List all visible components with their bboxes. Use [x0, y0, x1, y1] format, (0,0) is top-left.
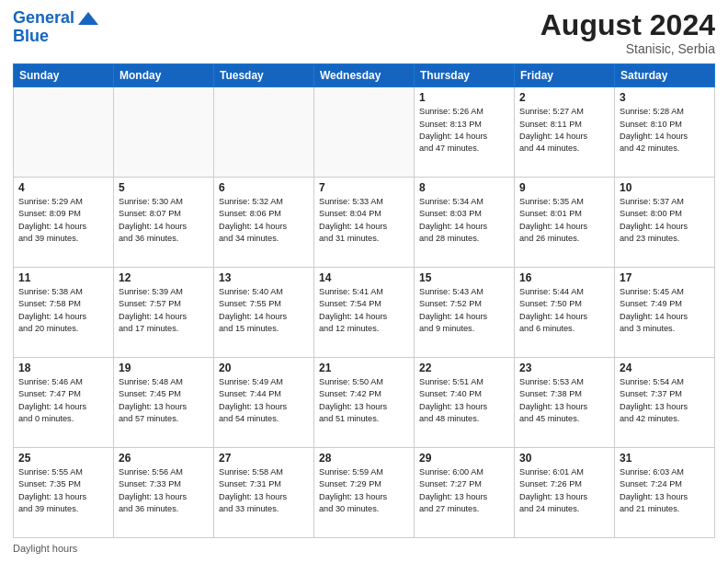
day-info: Sunrise: 5:33 AM Sunset: 8:04 PM Dayligh… [319, 196, 409, 245]
footer: Daylight hours [13, 543, 715, 554]
day-info: Sunrise: 5:32 AM Sunset: 8:06 PM Dayligh… [219, 196, 309, 245]
day-info: Sunrise: 5:49 AM Sunset: 7:44 PM Dayligh… [219, 376, 309, 425]
day-info: Sunrise: 5:37 AM Sunset: 8:00 PM Dayligh… [620, 196, 710, 245]
table-row: 9Sunrise: 5:35 AM Sunset: 8:01 PM Daylig… [515, 178, 615, 268]
day-number: 31 [620, 452, 710, 465]
table-row: 31Sunrise: 6:03 AM Sunset: 7:24 PM Dayli… [615, 448, 715, 538]
logo-blue-text: Blue [13, 28, 49, 46]
calendar-week-row: 25Sunrise: 5:55 AM Sunset: 7:35 PM Dayli… [14, 448, 715, 538]
day-number: 24 [620, 362, 710, 374]
table-row: 10Sunrise: 5:37 AM Sunset: 8:00 PM Dayli… [615, 178, 715, 268]
table-row: 27Sunrise: 5:58 AM Sunset: 7:31 PM Dayli… [214, 448, 314, 538]
day-info: Sunrise: 5:48 AM Sunset: 7:45 PM Dayligh… [119, 376, 209, 425]
table-row [14, 87, 114, 178]
day-info: Sunrise: 5:40 AM Sunset: 7:55 PM Dayligh… [219, 286, 309, 335]
table-row: 7Sunrise: 5:33 AM Sunset: 8:04 PM Daylig… [314, 178, 415, 268]
day-number: 18 [18, 362, 108, 374]
table-row: 3Sunrise: 5:28 AM Sunset: 8:10 PM Daylig… [615, 87, 715, 178]
day-info: Sunrise: 5:38 AM Sunset: 7:58 PM Dayligh… [18, 286, 108, 335]
day-number: 30 [519, 452, 609, 465]
calendar-week-row: 18Sunrise: 5:46 AM Sunset: 7:47 PM Dayli… [14, 358, 715, 448]
day-number: 9 [519, 181, 609, 194]
calendar-header-row: Sunday Monday Tuesday Wednesday Thursday… [14, 64, 715, 87]
day-info: Sunrise: 5:27 AM Sunset: 8:11 PM Dayligh… [519, 106, 609, 155]
col-friday: Friday [515, 64, 615, 87]
col-wednesday: Wednesday [314, 64, 415, 87]
day-number: 26 [119, 452, 209, 465]
day-info: Sunrise: 5:41 AM Sunset: 7:54 PM Dayligh… [319, 286, 409, 335]
table-row: 13Sunrise: 5:40 AM Sunset: 7:55 PM Dayli… [214, 268, 314, 358]
table-row: 30Sunrise: 6:01 AM Sunset: 7:26 PM Dayli… [515, 448, 615, 538]
table-row: 28Sunrise: 5:59 AM Sunset: 7:29 PM Dayli… [314, 448, 415, 538]
day-number: 25 [18, 452, 108, 465]
table-row: 17Sunrise: 5:45 AM Sunset: 7:49 PM Dayli… [615, 268, 715, 358]
day-number: 29 [419, 452, 509, 465]
table-row: 22Sunrise: 5:51 AM Sunset: 7:40 PM Dayli… [415, 358, 515, 448]
day-number: 11 [18, 271, 108, 284]
table-row: 6Sunrise: 5:32 AM Sunset: 8:06 PM Daylig… [214, 178, 314, 268]
day-info: Sunrise: 5:44 AM Sunset: 7:50 PM Dayligh… [519, 286, 609, 335]
table-row [314, 87, 415, 178]
day-info: Sunrise: 5:59 AM Sunset: 7:29 PM Dayligh… [319, 466, 409, 515]
day-number: 5 [119, 181, 209, 194]
day-number: 28 [319, 452, 409, 465]
svg-marker-0 [78, 12, 98, 25]
day-number: 27 [219, 452, 309, 465]
table-row: 25Sunrise: 5:55 AM Sunset: 7:35 PM Dayli… [14, 448, 114, 538]
day-number: 15 [419, 271, 509, 284]
day-number: 21 [319, 362, 409, 374]
day-number: 2 [519, 91, 609, 104]
table-row: 26Sunrise: 5:56 AM Sunset: 7:33 PM Dayli… [114, 448, 214, 538]
day-info: Sunrise: 5:29 AM Sunset: 8:09 PM Dayligh… [18, 196, 108, 245]
day-info: Sunrise: 6:01 AM Sunset: 7:26 PM Dayligh… [519, 466, 609, 515]
table-row: 29Sunrise: 6:00 AM Sunset: 7:27 PM Dayli… [415, 448, 515, 538]
calendar-week-row: 4Sunrise: 5:29 AM Sunset: 8:09 PM Daylig… [14, 178, 715, 268]
day-info: Sunrise: 5:50 AM Sunset: 7:42 PM Dayligh… [319, 376, 409, 425]
table-row: 12Sunrise: 5:39 AM Sunset: 7:57 PM Dayli… [114, 268, 214, 358]
col-thursday: Thursday [415, 64, 515, 87]
table-row: 4Sunrise: 5:29 AM Sunset: 8:09 PM Daylig… [14, 178, 114, 268]
table-row: 1Sunrise: 5:26 AM Sunset: 8:13 PM Daylig… [415, 87, 515, 178]
table-row [114, 87, 214, 178]
table-row: 16Sunrise: 5:44 AM Sunset: 7:50 PM Dayli… [515, 268, 615, 358]
table-row: 23Sunrise: 5:53 AM Sunset: 7:38 PM Dayli… [515, 358, 615, 448]
day-info: Sunrise: 5:39 AM Sunset: 7:57 PM Dayligh… [119, 286, 209, 335]
day-info: Sunrise: 5:28 AM Sunset: 8:10 PM Dayligh… [620, 106, 710, 155]
day-number: 23 [519, 362, 609, 374]
page: General Blue August 2024 Stanisic, Serbi… [0, 0, 728, 563]
day-info: Sunrise: 5:55 AM Sunset: 7:35 PM Dayligh… [18, 466, 108, 515]
day-info: Sunrise: 5:26 AM Sunset: 8:13 PM Dayligh… [419, 106, 509, 155]
day-number: 8 [419, 181, 509, 194]
month-year: August 2024 [540, 9, 715, 41]
day-number: 6 [219, 181, 309, 194]
day-number: 12 [119, 271, 209, 284]
table-row: 5Sunrise: 5:30 AM Sunset: 8:07 PM Daylig… [114, 178, 214, 268]
day-info: Sunrise: 5:34 AM Sunset: 8:03 PM Dayligh… [419, 196, 509, 245]
table-row: 24Sunrise: 5:54 AM Sunset: 7:37 PM Dayli… [615, 358, 715, 448]
day-number: 7 [319, 181, 409, 194]
day-info: Sunrise: 5:51 AM Sunset: 7:40 PM Dayligh… [419, 376, 509, 425]
logo-icon [78, 12, 98, 25]
day-info: Sunrise: 5:58 AM Sunset: 7:31 PM Dayligh… [219, 466, 309, 515]
day-number: 10 [620, 181, 710, 194]
day-number: 1 [419, 91, 509, 104]
calendar-table: Sunday Monday Tuesday Wednesday Thursday… [13, 63, 715, 538]
col-sunday: Sunday [14, 64, 114, 87]
col-monday: Monday [114, 64, 214, 87]
table-row [214, 87, 314, 178]
table-row: 15Sunrise: 5:43 AM Sunset: 7:52 PM Dayli… [415, 268, 515, 358]
day-number: 16 [519, 271, 609, 284]
table-row: 21Sunrise: 5:50 AM Sunset: 7:42 PM Dayli… [314, 358, 415, 448]
footer-label: Daylight hours [13, 543, 77, 554]
table-row: 20Sunrise: 5:49 AM Sunset: 7:44 PM Dayli… [214, 358, 314, 448]
col-tuesday: Tuesday [214, 64, 314, 87]
day-info: Sunrise: 5:30 AM Sunset: 8:07 PM Dayligh… [119, 196, 209, 245]
table-row: 2Sunrise: 5:27 AM Sunset: 8:11 PM Daylig… [515, 87, 615, 178]
day-number: 4 [18, 181, 108, 194]
table-row: 11Sunrise: 5:38 AM Sunset: 7:58 PM Dayli… [14, 268, 114, 358]
table-row: 14Sunrise: 5:41 AM Sunset: 7:54 PM Dayli… [314, 268, 415, 358]
day-number: 20 [219, 362, 309, 374]
day-info: Sunrise: 6:03 AM Sunset: 7:24 PM Dayligh… [620, 466, 710, 515]
col-saturday: Saturday [615, 64, 715, 87]
table-row: 19Sunrise: 5:48 AM Sunset: 7:45 PM Dayli… [114, 358, 214, 448]
